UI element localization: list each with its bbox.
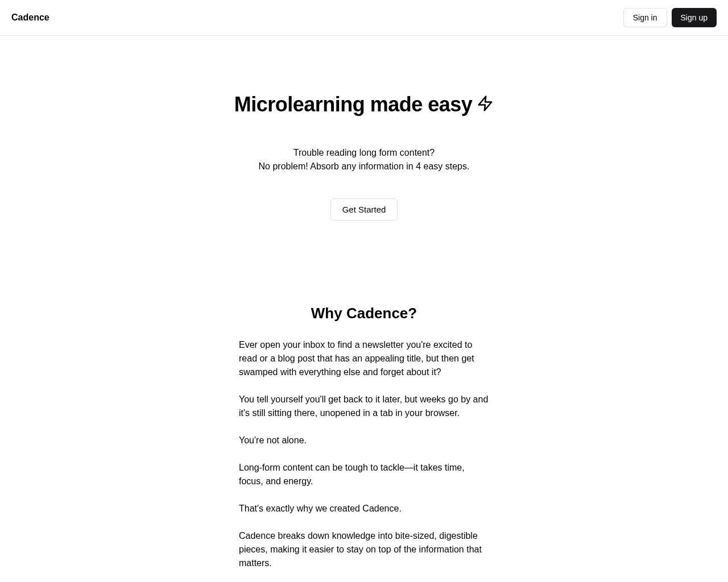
why-paragraph: You're not alone. — [239, 434, 489, 447]
header: Cadence Sign in Sign up — [0, 0, 728, 36]
get-started-button[interactable]: Get Started — [330, 198, 398, 221]
why-paragraph: You tell yourself you'll get back to it … — [239, 393, 489, 420]
hero-subtitle-line1: Trouble reading long form content? — [0, 146, 728, 160]
sign-up-button[interactable]: Sign up — [672, 8, 717, 27]
hero-subtitle-line2: No problem! Absorb any information in 4 … — [0, 160, 728, 173]
lightning-bolt-icon — [477, 95, 494, 115]
hero-subtitle: Trouble reading long form content? No pr… — [0, 146, 728, 173]
logo[interactable]: Cadence — [11, 13, 49, 23]
why-paragraph: Long-form content can be tough to tackle… — [239, 461, 489, 488]
hero-title: Microlearning made easy — [234, 93, 494, 117]
why-title: Why Cadence? — [239, 305, 489, 322]
header-buttons: Sign in Sign up — [623, 8, 717, 27]
hero-section: Microlearning made easy Trouble reading … — [0, 36, 728, 243]
why-paragraph: That's exactly why we created Cadence. — [239, 502, 489, 516]
why-section: Why Cadence? Ever open your inbox to fin… — [239, 243, 489, 570]
sign-in-button[interactable]: Sign in — [623, 8, 667, 27]
svg-marker-0 — [479, 96, 492, 110]
why-paragraph: Cadence breaks down knowledge into bite-… — [239, 529, 489, 570]
hero-title-text: Microlearning made easy — [234, 93, 473, 117]
cta-container: Get Started — [0, 198, 728, 221]
why-paragraph: Ever open your inbox to find a newslette… — [239, 338, 489, 379]
